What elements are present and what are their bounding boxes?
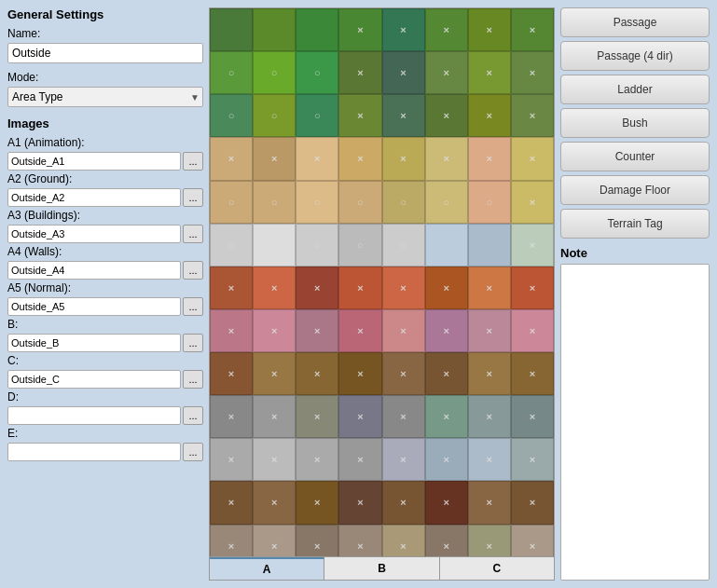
- tile-cell[interactable]: ○: [296, 224, 338, 267]
- tile-cell[interactable]: ○: [338, 224, 381, 267]
- tile-cell[interactable]: ×: [468, 438, 511, 481]
- tile-cell[interactable]: ×: [425, 352, 468, 395]
- tile-cell[interactable]: ×: [338, 395, 381, 438]
- c-input[interactable]: [7, 370, 181, 389]
- c-browse-button[interactable]: ...: [183, 370, 203, 389]
- tile-cell[interactable]: ×: [338, 352, 381, 395]
- tile-cell[interactable]: ○: [382, 181, 425, 224]
- tile-cell[interactable]: ×: [425, 8, 468, 51]
- terrain-tag-button[interactable]: Terrain Tag: [560, 209, 710, 239]
- tile-cell[interactable]: ×: [296, 309, 338, 352]
- tile-cell[interactable]: ×: [511, 181, 554, 224]
- tile-cell[interactable]: ×: [296, 481, 338, 524]
- tile-cell[interactable]: ○: [210, 94, 253, 137]
- tile-cell[interactable]: ○: [468, 181, 511, 224]
- tile-cell[interactable]: ×: [511, 481, 554, 524]
- ladder-button[interactable]: Ladder: [560, 75, 710, 104]
- e-browse-button[interactable]: ...: [183, 443, 203, 461]
- tile-cell[interactable]: ×: [382, 481, 425, 524]
- tile-cell[interactable]: ×: [253, 395, 296, 438]
- tile-cell[interactable]: ×: [338, 309, 381, 352]
- tile-cell[interactable]: ×: [382, 352, 425, 395]
- a1-browse-button[interactable]: ...: [183, 152, 203, 171]
- b-input[interactable]: [7, 334, 181, 352]
- damage-floor-button[interactable]: Damage Floor: [560, 175, 710, 205]
- tile-cell[interactable]: ×: [338, 8, 381, 51]
- tab-b[interactable]: B: [324, 557, 439, 580]
- tile-cell[interactable]: ×: [338, 51, 381, 94]
- tile-cell[interactable]: ○: [253, 94, 296, 137]
- tile-cell[interactable]: ×: [425, 267, 468, 309]
- tile-cell[interactable]: ×: [253, 352, 296, 395]
- a2-input[interactable]: [7, 188, 181, 207]
- tile-cell[interactable]: ×: [382, 267, 425, 309]
- tile-cell[interactable]: ○: [253, 181, 296, 224]
- tile-cell[interactable]: ×: [253, 309, 296, 352]
- passage-button[interactable]: Passage: [560, 7, 710, 37]
- tile-cell[interactable]: ○: [253, 51, 296, 94]
- tile-cell[interactable]: ×: [253, 137, 296, 180]
- tile-cell[interactable]: ×: [511, 51, 554, 94]
- tile-cell[interactable]: ×: [253, 267, 296, 309]
- tile-cell[interactable]: ×: [296, 438, 338, 481]
- tile-cell[interactable]: ×: [296, 525, 338, 558]
- a4-browse-button[interactable]: ...: [183, 261, 203, 280]
- mode-select[interactable]: Area Type World Map Dungeon: [7, 87, 203, 107]
- tile-cell[interactable]: ×: [296, 395, 338, 438]
- tile-cell[interactable]: ×: [253, 481, 296, 524]
- b-browse-button[interactable]: ...: [183, 334, 203, 352]
- tile-cell[interactable]: ×: [382, 309, 425, 352]
- tile-cell[interactable]: ×: [425, 525, 468, 558]
- tile-cell[interactable]: ×: [338, 137, 381, 180]
- tile-cell[interactable]: ○: [253, 224, 296, 267]
- name-input[interactable]: [7, 43, 203, 63]
- tile-cell[interactable]: ×: [425, 94, 468, 137]
- tile-cell[interactable]: [468, 224, 511, 267]
- tile-cell[interactable]: ×: [210, 395, 253, 438]
- a3-input[interactable]: [7, 225, 181, 243]
- tile-cell[interactable]: ×: [382, 395, 425, 438]
- tile-cell[interactable]: ×: [210, 137, 253, 180]
- note-textarea[interactable]: [560, 264, 710, 581]
- tile-cell[interactable]: ○: [210, 51, 253, 94]
- tile-cell[interactable]: ×: [296, 137, 338, 180]
- tile-cell[interactable]: ×: [468, 94, 511, 137]
- tile-cell[interactable]: ×: [210, 352, 253, 395]
- tile-cell[interactable]: ○: [210, 181, 253, 224]
- tile-cell[interactable]: ×: [425, 309, 468, 352]
- tile-cell[interactable]: ×: [338, 267, 381, 309]
- tile-cell[interactable]: ×: [253, 525, 296, 558]
- tile-container[interactable]: ×××××○○○×××××○○○×××××××××××××○○○○○○○×○○○…: [209, 7, 555, 557]
- d-input[interactable]: [7, 406, 181, 425]
- a4-input[interactable]: [7, 261, 181, 280]
- tile-cell[interactable]: ×: [425, 395, 468, 438]
- tile-cell[interactable]: ○: [296, 94, 338, 137]
- tile-cell[interactable]: ×: [382, 94, 425, 137]
- tile-cell[interactable]: ×: [511, 525, 554, 558]
- tile-cell[interactable]: ×: [382, 8, 425, 51]
- tile-cell[interactable]: [210, 8, 253, 51]
- a1-input[interactable]: [7, 152, 181, 171]
- tile-cell[interactable]: ×: [425, 481, 468, 524]
- tile-cell[interactable]: ×: [468, 267, 511, 309]
- a5-input[interactable]: [7, 297, 181, 316]
- tile-cell[interactable]: ×: [425, 438, 468, 481]
- tile-cell[interactable]: ×: [468, 525, 511, 558]
- tile-cell[interactable]: ×: [296, 267, 338, 309]
- a5-browse-button[interactable]: ...: [183, 297, 203, 316]
- tile-cell[interactable]: ○: [425, 181, 468, 224]
- tile-cell[interactable]: [296, 8, 338, 51]
- tile-cell[interactable]: ×: [468, 309, 511, 352]
- tile-cell[interactable]: ×: [382, 51, 425, 94]
- tile-cell[interactable]: ×: [382, 438, 425, 481]
- bush-button[interactable]: Bush: [560, 108, 710, 138]
- tile-cell[interactable]: ×: [425, 137, 468, 180]
- passage4dir-button[interactable]: Passage (4 dir): [560, 41, 710, 71]
- a3-browse-button[interactable]: ...: [183, 225, 203, 243]
- tile-cell[interactable]: ○: [338, 181, 381, 224]
- tile-cell[interactable]: ×: [511, 137, 554, 180]
- tile-cell[interactable]: ×: [511, 94, 554, 137]
- tile-cell[interactable]: ×: [210, 438, 253, 481]
- tile-cell[interactable]: ×: [382, 525, 425, 558]
- tile-cell[interactable]: ×: [468, 51, 511, 94]
